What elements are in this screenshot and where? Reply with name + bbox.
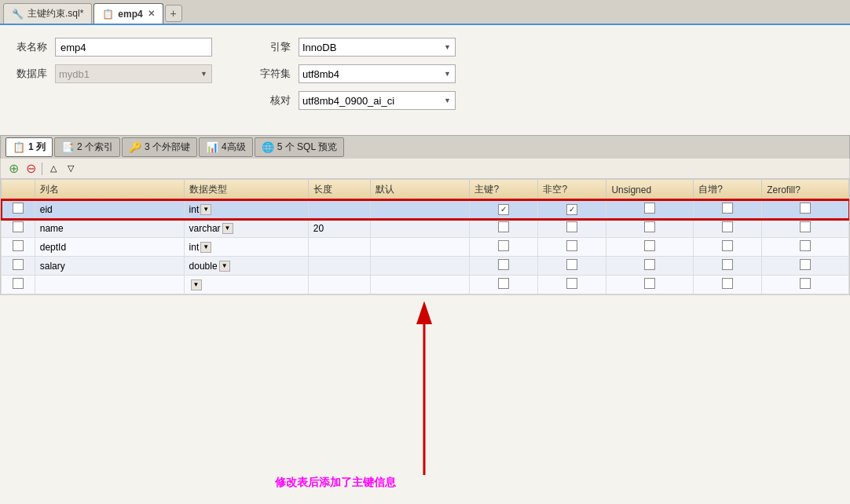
emp4-tab-close[interactable]: ✕ — [148, 9, 155, 19]
collation-select[interactable]: utf8mb4_0900_ai_ci — [299, 91, 456, 110]
unsigned-checkbox-empty[interactable] — [644, 278, 655, 289]
row-notnull-empty[interactable] — [538, 276, 606, 294]
nav-tab-advanced[interactable]: 📊 4高级 — [199, 137, 253, 157]
add-row-button[interactable]: ⊕ — [5, 161, 21, 177]
autoinc-checkbox-eid[interactable] — [722, 203, 733, 214]
checkbox-name[interactable] — [13, 221, 24, 232]
unsigned-checkbox-salary[interactable] — [644, 259, 655, 270]
checkbox-eid[interactable] — [13, 203, 24, 214]
row-zerofill-eid[interactable] — [762, 200, 849, 219]
tab-sql[interactable]: 🔧 主键约束.sql* — [3, 3, 92, 24]
row-name-name[interactable]: name — [35, 219, 184, 238]
charset-select[interactable]: utf8mb4 — [299, 64, 456, 83]
unsigned-checkbox-deptId[interactable] — [644, 240, 655, 251]
zerofill-checkbox-salary[interactable] — [800, 259, 811, 270]
pk-checkbox-eid[interactable] — [498, 204, 509, 215]
row-default-empty[interactable] — [370, 276, 470, 294]
row-default-salary[interactable] — [370, 257, 470, 276]
checkbox-empty[interactable] — [13, 278, 24, 289]
autoinc-checkbox-empty[interactable] — [722, 278, 733, 289]
row-zerofill-salary[interactable] — [762, 257, 849, 276]
pk-checkbox-salary[interactable] — [498, 259, 509, 270]
row-pk-eid[interactable] — [470, 200, 538, 219]
zerofill-checkbox-name[interactable] — [800, 221, 811, 232]
nav-tab-indexes[interactable]: 📑 2 个索引 — [54, 137, 120, 157]
row-check-eid[interactable] — [2, 200, 35, 219]
row-len-eid[interactable] — [308, 200, 370, 219]
row-default-eid[interactable] — [370, 200, 470, 219]
move-down-button[interactable]: ▽ — [63, 161, 79, 177]
row-zerofill-deptId[interactable] — [762, 238, 849, 257]
row-autoinc-name[interactable] — [694, 219, 762, 238]
unsigned-checkbox-eid[interactable] — [644, 203, 655, 214]
tab-emp4[interactable]: 📋 emp4 ✕ — [93, 3, 163, 24]
table-name-input[interactable] — [55, 38, 212, 57]
row-default-deptId[interactable] — [370, 238, 470, 257]
autoinc-checkbox-deptId[interactable] — [722, 240, 733, 251]
row-autoinc-salary[interactable] — [694, 257, 762, 276]
checkbox-deptId[interactable] — [13, 240, 24, 251]
row-autoinc-deptId[interactable] — [694, 238, 762, 257]
table-name-label: 表名称 — [16, 40, 47, 54]
row-zerofill-empty[interactable] — [762, 276, 849, 294]
notnull-checkbox-salary[interactable] — [566, 259, 577, 270]
remove-row-button[interactable]: ⊖ — [23, 161, 38, 177]
unsigned-checkbox-name[interactable] — [644, 221, 655, 232]
row-default-name[interactable] — [370, 219, 470, 238]
row-notnull-eid[interactable] — [538, 200, 606, 219]
row-pk-empty[interactable] — [470, 276, 538, 294]
row-zerofill-name[interactable] — [762, 219, 849, 238]
type-dropdown-deptId[interactable]: ▼ — [200, 242, 211, 253]
row-notnull-name[interactable] — [538, 219, 606, 238]
row-unsigned-salary[interactable] — [606, 257, 694, 276]
row-unsigned-eid[interactable] — [606, 200, 694, 219]
notnull-checkbox-empty[interactable] — [566, 278, 577, 289]
type-dropdown-eid[interactable]: ▼ — [200, 204, 211, 215]
row-name-eid[interactable]: eid — [35, 200, 184, 219]
pk-checkbox-deptId[interactable] — [498, 240, 509, 251]
type-dropdown-empty[interactable]: ▼ — [191, 279, 202, 290]
row-len-empty[interactable] — [308, 276, 370, 294]
move-up-button[interactable]: △ — [46, 161, 61, 177]
row-pk-deptId[interactable] — [470, 238, 538, 257]
autoinc-checkbox-name[interactable] — [722, 221, 733, 232]
zerofill-checkbox-deptId[interactable] — [800, 240, 811, 251]
row-notnull-deptId[interactable] — [538, 238, 606, 257]
autoinc-checkbox-salary[interactable] — [722, 259, 733, 270]
type-dropdown-salary[interactable]: ▼ — [219, 261, 230, 272]
row-check-name[interactable] — [2, 219, 35, 238]
row-name-empty[interactable] — [35, 276, 184, 294]
row-autoinc-empty[interactable] — [694, 276, 762, 294]
svg-marker-1 — [416, 301, 432, 324]
zerofill-checkbox-eid[interactable] — [800, 203, 811, 214]
row-pk-name[interactable] — [470, 219, 538, 238]
type-dropdown-name[interactable]: ▼ — [222, 223, 233, 234]
row-len-deptId[interactable] — [308, 238, 370, 257]
row-len-salary[interactable] — [308, 257, 370, 276]
row-unsigned-empty[interactable] — [606, 276, 694, 294]
notnull-checkbox-eid[interactable] — [566, 204, 577, 215]
row-name-deptId[interactable]: deptId — [35, 238, 184, 257]
pk-checkbox-name[interactable] — [498, 221, 509, 232]
add-tab-button[interactable]: + — [165, 5, 182, 22]
row-check-salary[interactable] — [2, 257, 35, 276]
row-unsigned-deptId[interactable] — [606, 238, 694, 257]
row-notnull-salary[interactable] — [538, 257, 606, 276]
row-check-empty[interactable] — [2, 276, 35, 294]
row-check-deptId[interactable] — [2, 238, 35, 257]
nav-tab-sql-preview[interactable]: 🌐 5 个 SQL 预览 — [255, 137, 344, 157]
db-select[interactable]: mydb1 — [55, 64, 212, 83]
notnull-checkbox-deptId[interactable] — [566, 240, 577, 251]
row-pk-salary[interactable] — [470, 257, 538, 276]
nav-tab-foreign-keys[interactable]: 🔑 3 个外部键 — [122, 137, 197, 157]
checkbox-salary[interactable] — [13, 259, 24, 270]
row-unsigned-name[interactable] — [606, 219, 694, 238]
row-autoinc-eid[interactable] — [694, 200, 762, 219]
row-len-name[interactable]: 20 — [308, 219, 370, 238]
zerofill-checkbox-empty[interactable] — [800, 278, 811, 289]
notnull-checkbox-name[interactable] — [566, 221, 577, 232]
pk-checkbox-empty[interactable] — [498, 278, 509, 289]
engine-select[interactable]: InnoDB — [299, 38, 456, 57]
nav-tab-columns[interactable]: 📋 1 列 — [5, 137, 53, 157]
row-name-salary[interactable]: salary — [35, 257, 184, 276]
